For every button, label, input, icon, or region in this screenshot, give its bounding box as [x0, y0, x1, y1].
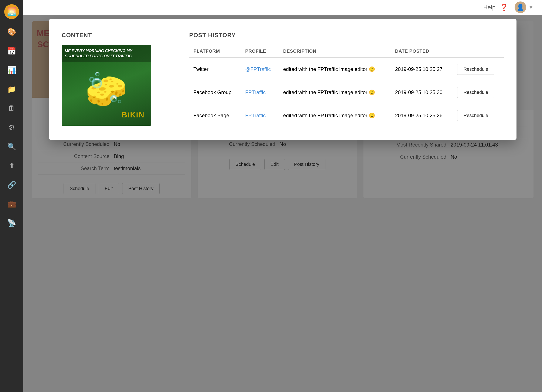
reschedule-fbgroup-button[interactable]: Reschedule	[457, 87, 494, 98]
content-section: CONTENT ME EVERY MORNING CHECKING MY SCH…	[62, 32, 172, 127]
image-caption: ME EVERY MORNING CHECKING MY SCHEDULED P…	[62, 45, 151, 62]
calendar-check-icon[interactable]: 📅	[5, 45, 18, 57]
profile-header: PROFILE	[241, 45, 279, 58]
search-icon[interactable]: 🔍	[5, 140, 18, 153]
date-fbpage: 2019-09-25 10:25:26	[391, 104, 453, 127]
profile-twitter: @FPTraffic	[241, 58, 279, 81]
platform-fbgroup: Facebook Group	[189, 81, 241, 104]
profile-fbpage: FPTraffic	[241, 104, 279, 127]
help-button[interactable]: Help	[483, 4, 496, 11]
table-row: Facebook Page FPTraffic edited with the …	[189, 104, 504, 127]
date-fbgroup: 2019-09-25 10:25:30	[391, 81, 453, 104]
description-fbgroup: edited with the FPTraffic image editor 🙂	[279, 81, 391, 104]
post-history-section: POST HISTORY PLATFORM PROFILE DESCRIPTIO…	[189, 32, 504, 127]
upload-icon[interactable]: ⬆	[5, 159, 18, 172]
reschedule-twitter-button[interactable]: Reschedule	[457, 64, 494, 75]
sliders-icon[interactable]: ⚙	[5, 121, 18, 134]
palette-icon[interactable]: 🎨	[5, 26, 18, 38]
sidebar: 🌅 🎨 📅 📊 📁 🗓 ⚙ 🔍 ⬆ 🔗 💼 📡	[0, 0, 23, 392]
date-posted-header: DATE POSTED	[391, 45, 453, 58]
date-twitter: 2019-09-25 10:25:27	[391, 58, 453, 81]
table-row: Facebook Group FPTraffic edited with the…	[189, 81, 504, 104]
action-header	[453, 45, 504, 58]
briefcase-icon[interactable]: 💼	[5, 197, 18, 210]
modal-overlay[interactable]: CONTENT ME EVERY MORNING CHECKING MY SCH…	[23, 15, 542, 392]
profile-fbgroup: FPTraffic	[241, 81, 279, 104]
topbar: Help ❓ 👤 ▼	[23, 0, 542, 15]
modal-sections: CONTENT ME EVERY MORNING CHECKING MY SCH…	[62, 32, 504, 127]
table-row: Twitter @FPTraffic edited with the FPTra…	[189, 58, 504, 81]
main-content: ME EVERY MORNING CHECKING MYSCHEDULED PO…	[23, 15, 542, 392]
link-icon[interactable]: 🔗	[5, 178, 18, 191]
platform-twitter: Twitter	[189, 58, 241, 81]
post-history-modal: CONTENT ME EVERY MORNING CHECKING MY SCH…	[49, 19, 516, 140]
post-history-table: PLATFORM PROFILE DESCRIPTION DATE POSTED…	[189, 45, 504, 127]
folder-icon[interactable]: 📁	[5, 83, 18, 95]
fbpage-profile-link[interactable]: FPTraffic	[245, 112, 266, 118]
table-header: PLATFORM PROFILE DESCRIPTION DATE POSTED	[189, 45, 504, 58]
help-icon: ❓	[500, 3, 508, 11]
header-row: PLATFORM PROFILE DESCRIPTION DATE POSTED	[189, 45, 504, 58]
twitter-profile-link[interactable]: @FPTraffic	[245, 66, 271, 72]
description-header: DESCRIPTION	[279, 45, 391, 58]
user-avatar[interactable]: 👤	[515, 1, 526, 13]
platform-header: PLATFORM	[189, 45, 241, 58]
action-fbgroup: Reschedule	[453, 81, 504, 104]
chart-icon[interactable]: 📊	[5, 64, 18, 76]
action-twitter: Reschedule	[453, 58, 504, 81]
fbgroup-profile-link[interactable]: FPTraffic	[245, 89, 266, 95]
content-image: ME EVERY MORNING CHECKING MY SCHEDULED P…	[62, 45, 151, 126]
action-fbpage: Reschedule	[453, 104, 504, 127]
app-logo[interactable]: 🌅	[4, 4, 19, 19]
content-title: CONTENT	[62, 32, 172, 39]
calendar-icon[interactable]: 🗓	[5, 102, 18, 115]
spongebob-main-emoji: 🧽	[85, 70, 128, 110]
description-twitter: edited with the FPTraffic image editor 🙂	[279, 58, 391, 81]
table-body: Twitter @FPTraffic edited with the FPTra…	[189, 58, 504, 127]
post-history-title: POST HISTORY	[189, 32, 504, 39]
description-fbpage: edited with the FPTraffic image editor 🙂	[279, 104, 391, 127]
user-menu-chevron[interactable]: ▼	[528, 5, 533, 11]
reschedule-fbpage-button[interactable]: Reschedule	[457, 110, 494, 121]
rss-sidebar-icon[interactable]: 📡	[5, 217, 18, 229]
bikin-text: BiKiN	[122, 111, 145, 119]
platform-fbpage: Facebook Page	[189, 104, 241, 127]
